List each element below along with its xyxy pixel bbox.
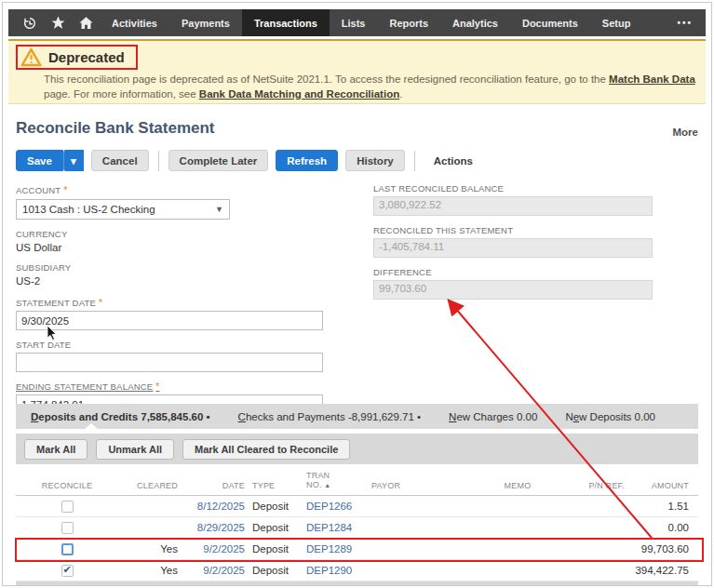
- tran-no-link[interactable]: DEP1289: [301, 543, 366, 555]
- list-action-strip: Mark All Unmark All Mark All Cleared to …: [16, 434, 698, 464]
- banner-title: Deprecated: [48, 49, 125, 65]
- more-button[interactable]: More: [673, 127, 698, 138]
- account-label: ACCOUNT*: [16, 185, 325, 195]
- mouse-cursor: [46, 325, 61, 341]
- start-date-label: START DATE: [16, 340, 325, 350]
- annotation-box-deprecated: Deprecated: [16, 45, 138, 70]
- tran-no-link[interactable]: DEP1284: [301, 522, 366, 533]
- col-header-type[interactable]: TYPE: [245, 481, 301, 495]
- nav-item-transactions[interactable]: Transactions: [242, 9, 330, 36]
- tran-no-link[interactable]: DEP1290: [301, 565, 366, 576]
- nav-item-analytics[interactable]: Analytics: [440, 9, 510, 36]
- col-header-memo[interactable]: MEMO: [459, 481, 576, 495]
- reconcile-checkbox[interactable]: [61, 522, 74, 534]
- match-bank-data-link[interactable]: Match Bank Data: [609, 74, 695, 85]
- page-title: Reconcile Bank Statement: [16, 119, 215, 138]
- subsidiary-value: US-2: [16, 275, 325, 287]
- reconcile-checkbox[interactable]: [61, 501, 74, 513]
- mark-all-cleared-button[interactable]: Mark All Cleared to Reconcile: [182, 439, 350, 460]
- table-row: 8/12/2025 Deposit DEP1266 1.51: [16, 496, 698, 517]
- tab-deposits-and-credits[interactable]: Deposits and Credits 7,585,845.60 •: [31, 411, 210, 422]
- statement-date-input[interactable]: [16, 311, 323, 330]
- nav-item-documents[interactable]: Documents: [510, 9, 590, 36]
- account-value: 1013 Cash : US-2 Checking: [22, 204, 155, 215]
- last-reconciled-balance-label: LAST RECONCILED BALANCE: [373, 183, 659, 194]
- currency-value: US Dollar: [16, 242, 325, 253]
- tab-new-deposits[interactable]: New Deposits 0.00: [565, 411, 655, 422]
- type-cell: Deposit: [245, 522, 301, 533]
- nav-item-lists[interactable]: Lists: [330, 9, 378, 36]
- amount-cell: 0.00: [628, 522, 698, 533]
- date-link[interactable]: 9/2/2025: [178, 543, 245, 555]
- date-link[interactable]: 8/12/2025: [178, 501, 245, 512]
- banner-text-after: .: [399, 88, 402, 100]
- col-header-cleared[interactable]: CLEARED: [118, 481, 178, 495]
- statement-date-label: STATEMENT DATE*: [16, 298, 325, 308]
- nav-item-reports[interactable]: Reports: [377, 9, 440, 36]
- banner-text-before: This reconciliation page is deprecated a…: [44, 74, 609, 85]
- cleared-cell: Yes: [118, 565, 178, 576]
- sublist-tabs: Deposits and Credits 7,585,845.60 • Chec…: [16, 404, 698, 429]
- currency-label: CURRENCY: [16, 229, 325, 239]
- col-header-date[interactable]: DATE: [178, 481, 245, 495]
- reconcile-checkbox[interactable]: [61, 543, 74, 555]
- top-nav: Activities Payments Transactions Lists R…: [8, 9, 706, 36]
- chevron-down-icon: ▼: [215, 205, 223, 214]
- reconciled-this-statement-value: -1,405,784.11: [373, 238, 653, 258]
- tab-checks-and-payments[interactable]: Checks and Payments -8,991,629.71 •: [238, 411, 421, 422]
- history-button[interactable]: History: [345, 150, 405, 171]
- recent-records-icon[interactable]: [16, 9, 44, 36]
- nav-item-payments[interactable]: Payments: [169, 9, 242, 36]
- complete-later-button[interactable]: Complete Later: [168, 150, 269, 171]
- col-header-amount[interactable]: AMOUNT: [628, 481, 698, 495]
- table-row: Yes 9/2/2025 Deposit DEP1290 394,422.75: [16, 560, 698, 581]
- tran-no-link[interactable]: DEP1266: [301, 501, 366, 512]
- difference-label: DIFFERENCE: [373, 267, 659, 277]
- amount-cell: 1.51: [628, 501, 698, 512]
- sort-ascending-icon: ▲: [324, 482, 330, 488]
- reconciled-this-statement-label: RECONCILED THIS STATEMENT: [373, 225, 659, 235]
- date-link[interactable]: 8/29/2025: [178, 522, 245, 533]
- last-reconciled-balance-value: 3,080,922.52: [373, 196, 653, 216]
- banner-text-middle: page. For more information, see: [44, 88, 199, 100]
- cancel-button[interactable]: Cancel: [91, 150, 149, 171]
- mark-all-button[interactable]: Mark All: [24, 439, 88, 460]
- unmark-all-button[interactable]: Unmark All: [96, 439, 174, 460]
- home-icon[interactable]: [72, 9, 100, 36]
- window-frame: Activities Payments Transactions Lists R…: [2, 2, 712, 586]
- toolbar: Save ▾ Cancel Complete Later Refresh His…: [16, 150, 698, 171]
- bank-data-matching-link[interactable]: Bank Data Matching and Reconciliation: [199, 88, 399, 100]
- warning-icon: [20, 47, 42, 67]
- tab-new-charges[interactable]: New Charges 0.00: [449, 411, 537, 422]
- save-button[interactable]: Save: [16, 150, 63, 171]
- cleared-cell: Yes: [118, 543, 178, 555]
- type-cell: Deposit: [245, 501, 301, 512]
- difference-value: 99,703.60: [373, 280, 653, 300]
- reconcile-checkbox[interactable]: [61, 565, 74, 577]
- deprecation-banner: Deprecated This reconciliation page is d…: [8, 39, 706, 104]
- nav-item-activities[interactable]: Activities: [100, 9, 169, 36]
- date-link[interactable]: 9/2/2025: [178, 565, 245, 576]
- save-dropdown-caret[interactable]: ▾: [63, 150, 84, 171]
- amount-cell: 99,703.60: [628, 543, 698, 555]
- col-header-payor[interactable]: PAYOR: [366, 481, 459, 495]
- col-header-reconcile: RECONCILE: [16, 481, 118, 495]
- subsidiary-label: SUBSIDIARY: [16, 262, 325, 273]
- banner-message: This reconciliation page is deprecated a…: [44, 72, 695, 101]
- ending-statement-balance-label: ENDING STATEMENT BALANCE*: [16, 381, 325, 392]
- refresh-button[interactable]: Refresh: [276, 150, 338, 171]
- list-footer-strip: [16, 581, 698, 586]
- actions-menu[interactable]: Actions: [434, 155, 473, 167]
- col-header-tran-no[interactable]: TRAN NO. ▲: [301, 471, 366, 495]
- table-row-highlighted: Yes 9/2/2025 Deposit DEP1289 99,703.60: [16, 539, 698, 560]
- start-date-input[interactable]: [16, 353, 323, 372]
- toolbar-divider: [158, 151, 159, 171]
- shortcuts-icon[interactable]: [44, 9, 72, 36]
- nav-overflow-menu[interactable]: •••: [664, 9, 706, 36]
- type-cell: Deposit: [245, 565, 301, 576]
- reconcile-form: ACCOUNT* 1013 Cash : US-2 Checking ▼ CUR…: [16, 180, 698, 395]
- account-select[interactable]: 1013 Cash : US-2 Checking ▼: [16, 199, 230, 220]
- type-cell: Deposit: [245, 543, 301, 555]
- col-header-pn-ref[interactable]: P/N REF.: [576, 481, 628, 495]
- nav-item-setup[interactable]: Setup: [590, 9, 643, 36]
